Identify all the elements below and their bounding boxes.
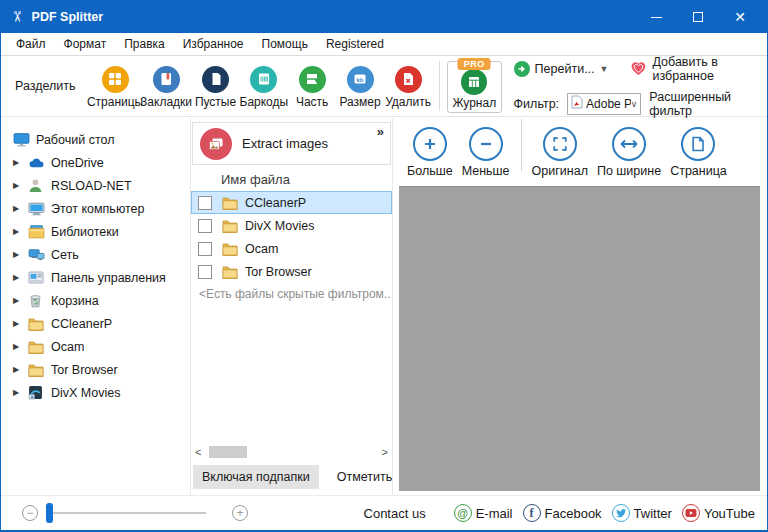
scroll-left-arrow[interactable]: < <box>195 446 201 458</box>
expand-arrow-icon[interactable]: ▶ <box>13 273 28 282</box>
checkbox[interactable] <box>198 196 212 210</box>
split-part-button[interactable]: Часть <box>288 66 336 109</box>
computer-icon <box>28 201 45 216</box>
extract-images-button[interactable]: Extract images » <box>192 122 391 165</box>
chevron-down-icon: ∨ <box>631 99 638 109</box>
twitter-link[interactable]: Twitter <box>612 504 672 522</box>
split-barcodes-button[interactable]: Баркоды <box>240 66 289 109</box>
tree-item-control-panel[interactable]: ▶ Панель управления <box>1 266 190 289</box>
tree-item-onedrive[interactable]: ▶ OneDrive <box>1 151 190 174</box>
zoom-toolbar-separator <box>521 119 522 171</box>
tree-item-divx-movies[interactable]: ▶ DivX Movies <box>1 381 190 404</box>
expand-arrow-icon[interactable]: ▶ <box>13 365 28 374</box>
zoom-out-button[interactable]: Меньше <box>462 127 510 178</box>
tree-item-tor-browser[interactable]: ▶ Tor Browser <box>1 358 190 381</box>
footer-bar: − + Contact us @ E-mail f Facebook Twitt… <box>1 495 767 530</box>
menu-format[interactable]: Формат <box>55 34 116 54</box>
split-bookmarks-button[interactable]: Закладки <box>141 66 192 109</box>
expand-arrow-icon[interactable]: ▶ <box>13 158 28 167</box>
slider-track[interactable] <box>53 512 206 514</box>
goto-button[interactable]: Перейти... ▼ <box>514 61 609 77</box>
folder-icon <box>222 196 238 210</box>
scroll-right-arrow[interactable]: > <box>382 446 388 458</box>
split-group-label: Разделить <box>15 79 76 93</box>
actual-size-icon <box>543 127 577 161</box>
file-row-ccleanerp[interactable]: CCleanerP <box>191 191 392 214</box>
journal-button[interactable]: PRO Журнал <box>447 61 502 113</box>
include-subfolders-button[interactable]: Включая подпапки <box>193 465 319 489</box>
file-list-panel: Extract images » Имя файла CCleanerP Div… <box>191 118 393 495</box>
filter-dropdown[interactable]: Adobe PDF ∨ <box>567 93 641 115</box>
facebook-link[interactable]: f Facebook <box>523 504 602 522</box>
fit-page-button[interactable]: Страница <box>670 127 727 178</box>
tree-item-desktop[interactable]: Рабочий стол <box>1 128 190 151</box>
part-icon <box>299 66 326 93</box>
expand-arrow-icon[interactable]: ▶ <box>13 250 28 259</box>
expand-arrow-icon[interactable]: ▶ <box>13 296 28 305</box>
folder-icon <box>28 339 45 354</box>
scrollbar-thumb[interactable] <box>209 446 247 458</box>
tree-item-network[interactable]: ▶ Сеть <box>1 243 190 266</box>
file-row-tor-browser[interactable]: Tor Browser <box>191 260 392 283</box>
recycle-bin-icon <box>28 293 45 308</box>
add-favorite-button[interactable]: Добавить в избранное <box>608 55 767 83</box>
filter-value: Adobe PDF <box>586 97 631 111</box>
mark-button[interactable]: Отметить <box>331 465 393 489</box>
folder-icon <box>28 362 45 377</box>
split-delete-button[interactable]: Удалить <box>384 66 432 109</box>
slider-plus-icon[interactable]: + <box>232 505 248 521</box>
expand-arrow-icon[interactable]: ▶ <box>13 319 28 328</box>
maximize-button[interactable] <box>677 1 719 33</box>
split-size-button[interactable]: kb Размер <box>336 66 384 109</box>
menu-favorites[interactable]: Избранное <box>174 34 253 54</box>
menu-help[interactable]: Помощь <box>253 34 317 54</box>
email-link[interactable]: @ E-mail <box>454 504 513 522</box>
actual-size-button[interactable]: Оригинал <box>532 127 588 178</box>
expand-arrow-icon[interactable]: ▶ <box>13 227 28 236</box>
split-pages-button[interactable]: Страницы <box>90 66 141 109</box>
column-header-filename[interactable]: Имя файла <box>191 165 392 191</box>
menu-registered[interactable]: Registered <box>317 34 393 54</box>
menu-bar: Файл Формат Правка Избранное Помощь Regi… <box>1 33 767 56</box>
tree-item-libraries[interactable]: ▶ Библиотеки <box>1 220 190 243</box>
checkbox[interactable] <box>198 265 212 279</box>
advanced-filter-link[interactable]: Расширенный фильтр <box>649 90 767 118</box>
scissors-icon: ✂ <box>8 11 26 24</box>
expand-arrow-icon[interactable]: ▶ <box>13 204 28 213</box>
file-row-ocam[interactable]: Ocam <box>191 237 392 260</box>
document-preview-area[interactable] <box>399 186 760 491</box>
shortcut-folder-icon <box>28 385 45 400</box>
pdf-file-icon <box>571 95 583 112</box>
slider-handle[interactable] <box>46 503 53 523</box>
expand-arrow-icon[interactable]: ▶ <box>13 181 28 190</box>
expand-arrow-icon[interactable]: ▶ <box>13 388 28 397</box>
slider-minus-icon[interactable]: − <box>22 505 38 521</box>
tree-item-this-pc[interactable]: ▶ Этот компьютер <box>1 197 190 220</box>
checkbox[interactable] <box>198 219 212 233</box>
expand-arrow-icon[interactable]: ▶ <box>13 342 28 351</box>
checkbox[interactable] <box>198 242 212 256</box>
fit-width-button[interactable]: По ширине <box>597 127 661 178</box>
zoom-in-button[interactable]: Больше <box>407 127 453 178</box>
more-actions-icon[interactable]: » <box>377 124 384 139</box>
toolbar-separator <box>439 61 440 111</box>
horizontal-scrollbar[interactable]: < > <box>191 444 392 460</box>
minimize-button[interactable] <box>635 1 677 33</box>
onedrive-cloud-icon <box>28 155 45 170</box>
journal-table-icon <box>461 69 487 95</box>
control-panel-icon <box>28 270 45 285</box>
tree-item-recycle-bin[interactable]: ▶ Корзина <box>1 289 190 312</box>
close-button[interactable]: ✕ <box>719 1 761 33</box>
split-blank-button[interactable]: Пустые <box>192 66 240 109</box>
tree-item-ocam[interactable]: ▶ Ocam <box>1 335 190 358</box>
youtube-link[interactable]: YouTube <box>682 504 755 522</box>
menu-file[interactable]: Файл <box>7 34 55 54</box>
minimize-icon <box>651 17 662 18</box>
folder-icon <box>222 242 238 256</box>
tree-item-rsload[interactable]: ▶ RSLOAD-NET <box>1 174 190 197</box>
file-row-divx-movies[interactable]: DivX Movies <box>191 214 392 237</box>
menu-edit[interactable]: Правка <box>115 34 174 54</box>
filelist-buttons: Включая подпапки Отметить <box>193 463 392 491</box>
blank-page-icon <box>202 66 229 93</box>
tree-item-ccleanerp[interactable]: ▶ CCleanerP <box>1 312 190 335</box>
